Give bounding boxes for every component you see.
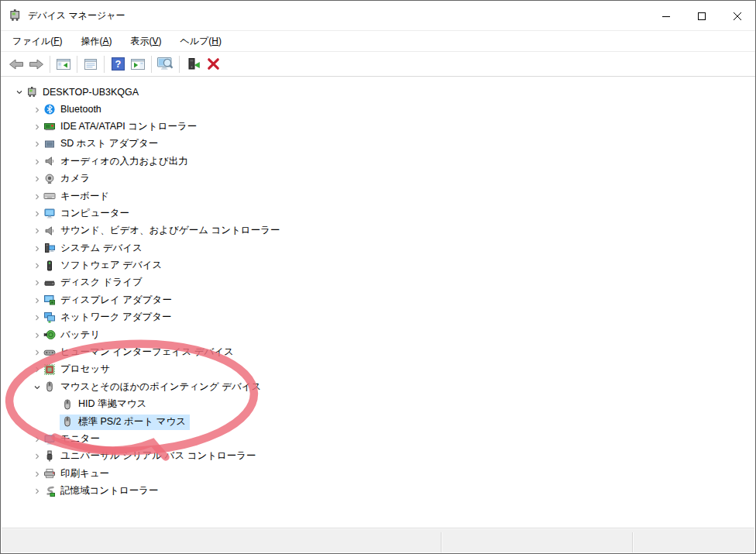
- tree-item[interactable]: 記憶域コントローラー: [2, 483, 754, 500]
- maximize-button[interactable]: [684, 1, 720, 31]
- forward-button[interactable]: [26, 54, 46, 74]
- tree-item-content[interactable]: ディスク ドライブ: [42, 275, 146, 291]
- sound-icon: [43, 225, 56, 237]
- tree-item-label: バッテリ: [60, 329, 100, 342]
- tree-item-label: カメラ: [60, 172, 90, 185]
- device-manager-window: デバイス マネージャー ファイル(F)操作(A)表示(V)ヘルプ(H) ? DE…: [0, 0, 756, 554]
- tree-item-content[interactable]: モニター: [42, 432, 104, 447]
- tree-item-label: ネットワーク アダプター: [60, 311, 172, 324]
- tree-item-label: 記憶域コントローラー: [60, 484, 158, 497]
- tree-item[interactable]: ユニバーサル シリアル バス コントローラー: [2, 448, 754, 465]
- status-pane: [633, 528, 754, 552]
- tree-item-content[interactable]: ユニバーサル シリアル バス コントローラー: [42, 449, 260, 464]
- tree-item-content[interactable]: 記憶域コントローラー: [42, 483, 162, 499]
- tree-item-label: 標準 PS/2 ポート マウス: [78, 415, 186, 428]
- tree-item[interactable]: IDE ATA/ATAPI コントローラー: [2, 119, 754, 136]
- tree-item[interactable]: ヒューマン インターフェイス デバイス: [2, 344, 754, 361]
- tree-item-content[interactable]: プロセッサ: [42, 362, 114, 377]
- tree-item-content[interactable]: キーボード: [42, 189, 113, 205]
- status-pane: [2, 528, 441, 552]
- tree-item-label: HID 準拠マウス: [78, 397, 146, 411]
- tree-item-content[interactable]: DESKTOP-UB3KQGA: [24, 85, 143, 100]
- tree-item-content[interactable]: HID 準拠マウス: [60, 397, 150, 412]
- titlebar[interactable]: デバイス マネージャー: [1, 1, 755, 31]
- toolbar-separator: [104, 56, 105, 73]
- tree-item-label: ソフトウェア デバイス: [60, 259, 162, 272]
- tree-item-label: オーディオの入力および出力: [60, 155, 188, 168]
- tree-item[interactable]: ディスク ドライブ: [2, 274, 754, 291]
- tree-item-content[interactable]: バッテリ: [42, 328, 104, 343]
- show-console-tree-button[interactable]: [53, 54, 74, 74]
- toolbar-separator: [151, 56, 152, 73]
- tree-item-content[interactable]: IDE ATA/ATAPI コントローラー: [42, 119, 201, 135]
- usb-icon: [43, 450, 56, 463]
- tree-item[interactable]: Bluetooth: [2, 101, 754, 118]
- tree-item-content[interactable]: システム デバイス: [42, 241, 146, 256]
- tree-item-label: ヒューマン インターフェイス デバイス: [60, 346, 234, 359]
- tree-item[interactable]: コンピューター: [2, 205, 754, 222]
- tree-item[interactable]: バッテリ: [2, 326, 754, 343]
- close-button[interactable]: [720, 1, 755, 31]
- tree-item-content[interactable]: カメラ: [42, 171, 94, 187]
- scan-hardware-changes-button[interactable]: [155, 54, 176, 74]
- toolbar: ?: [1, 52, 755, 77]
- mouse-icon: [43, 380, 56, 393]
- update-driver-button[interactable]: [183, 54, 203, 74]
- minimize-button[interactable]: [648, 1, 684, 31]
- tree-item[interactable]: キーボード: [2, 188, 754, 205]
- menu-item-f[interactable]: ファイル(F): [6, 32, 68, 51]
- printer-icon: [43, 467, 56, 480]
- tree-item[interactable]: SD ホスト アダプター: [2, 136, 754, 153]
- tree-item-content[interactable]: SD ホスト アダプター: [42, 136, 162, 152]
- toolbar-separator: [179, 56, 180, 73]
- tree-item-label: サウンド、ビデオ、およびゲーム コントローラー: [60, 224, 280, 237]
- help-button[interactable]: ?: [108, 54, 128, 74]
- tree-item-content[interactable]: ディスプレイ アダプター: [42, 293, 176, 308]
- tree-item-content[interactable]: 印刷キュー: [42, 466, 113, 482]
- software-icon: [43, 260, 56, 272]
- tree-item-content[interactable]: サウンド、ビデオ、およびゲーム コントローラー: [42, 223, 284, 239]
- tree-item-content-selected[interactable]: 標準 PS/2 ポート マウス: [60, 415, 190, 430]
- tree-item-content[interactable]: Bluetooth: [42, 102, 105, 117]
- menu-item-v[interactable]: 表示(V): [124, 32, 167, 51]
- menu-item-a[interactable]: 操作(A): [74, 32, 118, 51]
- status-pane: [442, 528, 632, 552]
- tree-item-label: ユニバーサル シリアル バス コントローラー: [60, 449, 256, 463]
- menu-item-h[interactable]: ヘルプ(H): [174, 32, 229, 51]
- tree-item[interactable]: 標準 PS/2 ポート マウス: [2, 413, 754, 430]
- svg-text:?: ?: [115, 58, 121, 70]
- tree-item[interactable]: 印刷キュー: [2, 466, 754, 483]
- tree-item[interactable]: ソフトウェア デバイス: [2, 257, 754, 274]
- uninstall-device-button[interactable]: [203, 54, 223, 74]
- show-action-pane-button[interactable]: [128, 54, 148, 74]
- tree-item[interactable]: ネットワーク アダプター: [2, 309, 754, 326]
- tree-item-content[interactable]: マウスとそのほかのポインティング デバイス: [42, 380, 265, 395]
- tree-item-label: DESKTOP-UB3KQGA: [43, 87, 139, 98]
- arrow-left-icon: [8, 58, 25, 71]
- tree-item[interactable]: オーディオの入力および出力: [2, 153, 754, 170]
- help-icon: ?: [112, 57, 125, 71]
- keyboard-icon: [43, 190, 56, 202]
- tree-item-label: コンピューター: [60, 207, 129, 220]
- arrow-right-icon: [28, 58, 45, 71]
- tree-item-content[interactable]: ヒューマン インターフェイス デバイス: [42, 345, 238, 360]
- tree-item-content[interactable]: ネットワーク アダプター: [42, 310, 176, 325]
- tree-item[interactable]: DESKTOP-UB3KQGA: [2, 84, 754, 101]
- window-title: デバイス マネージャー: [28, 9, 125, 22]
- tree-item-content[interactable]: コンピューター: [42, 206, 133, 222]
- tree-item[interactable]: システム デバイス: [2, 240, 754, 257]
- tree-item[interactable]: プロセッサ: [2, 361, 754, 378]
- tree-item-label: ディスプレイ アダプター: [60, 294, 172, 307]
- tree-item[interactable]: ディスプレイ アダプター: [2, 292, 754, 309]
- tree-item-content[interactable]: ソフトウェア デバイス: [42, 258, 166, 274]
- tree-item-content[interactable]: オーディオの入力および出力: [42, 154, 192, 170]
- back-button[interactable]: [6, 54, 26, 74]
- properties-button[interactable]: [81, 54, 101, 74]
- tree-item[interactable]: サウンド、ビデオ、およびゲーム コントローラー: [2, 222, 754, 239]
- tree-item[interactable]: マウスとそのほかのポインティング デバイス: [2, 379, 754, 396]
- tree-item[interactable]: カメラ: [2, 170, 754, 188]
- tree-item[interactable]: モニター: [2, 431, 754, 448]
- tree-item[interactable]: HID 準拠マウス: [2, 396, 754, 413]
- statusbar: [2, 528, 754, 552]
- close-icon: [733, 12, 742, 21]
